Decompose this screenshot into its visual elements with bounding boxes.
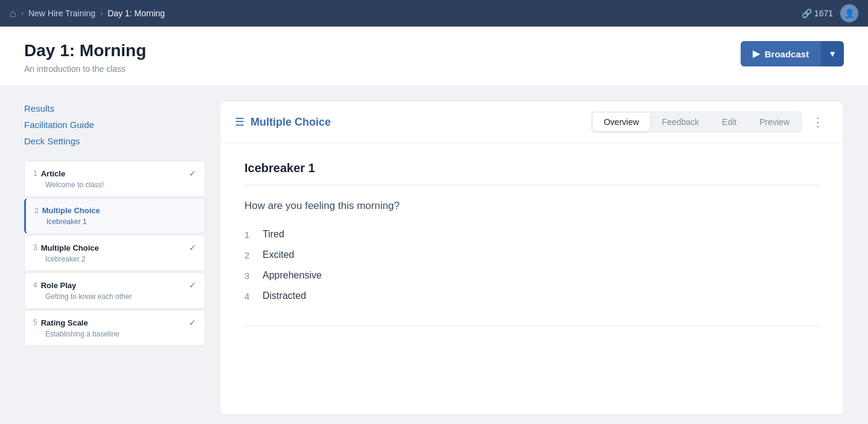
answer-number-3: 3 [244, 271, 254, 281]
tab-preview[interactable]: Preview [748, 113, 800, 131]
answer-list: 1 Tired 2 Excited 3 Apprehensive 4 Distr… [244, 229, 819, 301]
top-navigation: ⌂ › New Hire Training › Day 1: Morning 🔗… [0, 0, 868, 27]
content-title: Multiple Choice [251, 116, 331, 129]
content-divider [244, 326, 819, 326]
sidebar-item-5[interactable]: 5 Rating Scale ✓ Establishing a baseline [24, 310, 205, 346]
sidebar-item-4-type: Role Play [41, 281, 77, 290]
broadcast-button[interactable]: ▶ Broadcast [741, 41, 821, 66]
avatar[interactable]: 👤 [840, 4, 858, 22]
sidebar-list: 1 Article ✓ Welcome to class! 2 Multiple… [24, 161, 205, 346]
content-body: Icebreaker 1 How are you feeling this mo… [220, 143, 843, 344]
sidebar-item-3[interactable]: 3 Multiple Choice ✓ Icebreaker 2 [24, 235, 205, 271]
broadcast-arrow-icon: ▼ [828, 49, 837, 59]
answer-item-4: 4 Distracted [244, 291, 819, 301]
breadcrumb-chevron-2: › [100, 9, 103, 18]
broadcast-button-group: ▶ Broadcast ▼ [741, 41, 844, 66]
sidebar-item-5-subtitle: Establishing a baseline [33, 330, 196, 338]
sidebar-nav-results[interactable]: Results [24, 101, 205, 116]
sidebar-item-3-subtitle: Icebreaker 2 [33, 255, 196, 263]
sidebar-item-4[interactable]: 4 Role Play ✓ Getting to know each other [24, 272, 205, 309]
sidebar-navigation: Results Facilitation Guide Deck Settings [24, 101, 205, 149]
sidebar-item-3-check: ✓ [189, 243, 196, 252]
answer-item-3: 3 Apprehensive [244, 270, 819, 281]
breadcrumb-parent[interactable]: New Hire Training [28, 8, 95, 18]
answer-text-2: Excited [263, 249, 294, 260]
content-menu-button[interactable]: ⋮ [807, 112, 829, 132]
content-header: ☰ Multiple Choice Overview Feedback Edit… [220, 101, 843, 143]
sidebar-item-5-number: 5 [33, 318, 37, 327]
sidebar-item-1[interactable]: 1 Article ✓ Welcome to class! [24, 161, 205, 197]
sidebar-item-3-number: 3 [33, 243, 37, 252]
topnav-right: 🔗 1671 👤 [802, 4, 858, 22]
sidebar-item-5-check: ✓ [189, 318, 196, 327]
section-title: Icebreaker 1 [244, 161, 819, 185]
sidebar-item-2-subtitle: Icebreaker 1 [34, 217, 196, 226]
breadcrumb-chevron-1: › [21, 9, 24, 18]
sidebar-item-4-subtitle: Getting to know each other [33, 292, 196, 301]
tab-edit[interactable]: Edit [711, 113, 747, 131]
breadcrumb: ⌂ › New Hire Training › Day 1: Morning [10, 7, 165, 20]
page-header: Day 1: Morning An introduction to the cl… [0, 27, 868, 86]
answer-text-1: Tired [263, 229, 284, 240]
broadcast-dropdown-button[interactable]: ▼ [821, 41, 844, 66]
sidebar-item-1-check: ✓ [189, 169, 196, 178]
link-icon: 🔗 [802, 8, 812, 18]
main-content: Results Facilitation Guide Deck Settings… [0, 86, 868, 424]
sidebar-item-2-type: Multiple Choice [42, 206, 100, 215]
sidebar-item-2[interactable]: 2 Multiple Choice Icebreaker 1 [24, 198, 205, 234]
tab-overview[interactable]: Overview [593, 113, 649, 131]
content-title-row: ☰ Multiple Choice [235, 115, 331, 129]
page-header-text: Day 1: Morning An introduction to the cl… [24, 41, 146, 74]
answer-text-3: Apprehensive [263, 270, 322, 281]
content-panel: ☰ Multiple Choice Overview Feedback Edit… [220, 101, 844, 415]
answer-number-2: 2 [244, 250, 254, 260]
page-subtitle: An introduction to the class [24, 64, 146, 74]
sidebar-item-2-number: 2 [34, 207, 39, 215]
sidebar-item-5-type: Rating Scale [41, 318, 88, 327]
answer-number-1: 1 [244, 230, 254, 240]
broadcast-play-icon: ▶ [753, 48, 760, 59]
page-title: Day 1: Morning [24, 41, 146, 60]
answer-item-1: 1 Tired [244, 229, 819, 240]
sidebar-item-1-subtitle: Welcome to class! [33, 181, 196, 189]
tab-feedback[interactable]: Feedback [651, 113, 710, 131]
answer-item-2: 2 Excited [244, 249, 819, 260]
sidebar-item-4-check: ✓ [189, 280, 196, 290]
home-icon[interactable]: ⌂ [10, 7, 16, 20]
answer-number-4: 4 [244, 291, 254, 301]
session-id: 🔗 1671 [802, 8, 833, 18]
sidebar-item-1-number: 1 [33, 169, 37, 178]
sidebar-item-3-type: Multiple Choice [41, 243, 99, 252]
multiple-choice-icon: ☰ [235, 115, 244, 129]
sidebar-nav-deck-settings[interactable]: Deck Settings [24, 133, 205, 149]
breadcrumb-current: Day 1: Morning [107, 8, 165, 18]
sidebar-item-4-number: 4 [33, 281, 37, 289]
tab-group: Overview Feedback Edit Preview [591, 111, 802, 133]
question-text: How are you feeling this morning? [244, 200, 819, 212]
sidebar-item-1-type: Article [41, 169, 65, 178]
answer-text-4: Distracted [263, 291, 306, 301]
sidebar: Results Facilitation Guide Deck Settings… [24, 101, 205, 415]
sidebar-nav-facilitation[interactable]: Facilitation Guide [24, 117, 205, 132]
